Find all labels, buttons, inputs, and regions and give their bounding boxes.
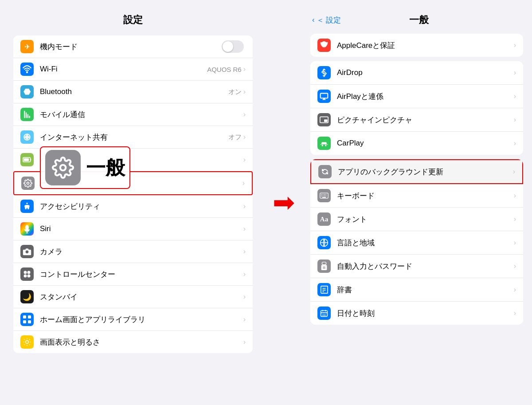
airplay-icon [317, 90, 331, 103]
airplane-icon: ✈ [20, 40, 34, 53]
settings-item-homescreen[interactable]: ホーム画面とアプリライブラリ › [13, 308, 253, 331]
svg-line-32 [24, 344, 25, 345]
right-item-datetime[interactable]: 日付と時刻 › [310, 302, 523, 325]
hotspot-chevron: › [243, 133, 246, 141]
airplane-label: 機内モード [40, 42, 222, 52]
back-chevron: ‹ [312, 16, 315, 24]
right-group-2: AirDrop › AirPlayと連係 › ピクチャインピクチャ › CarP… [310, 61, 523, 155]
settings-item-mobile[interactable]: モバイル通信 › [13, 103, 253, 126]
language-icon [317, 236, 331, 249]
svg-rect-10 [24, 158, 29, 161]
right-item-carplay[interactable]: CarPlay › [310, 132, 523, 155]
accessibility-icon [20, 200, 34, 213]
dictionary-chevron: › [514, 286, 516, 294]
homescreen-label: ホーム画面とアプリライブラリ [40, 315, 243, 325]
svg-point-39 [322, 145, 323, 146]
airdrop-label: AirDrop [337, 68, 514, 77]
standby-label: スタンバイ [40, 292, 243, 302]
popup-icon-box [45, 150, 81, 185]
homescreen-chevron: › [243, 315, 246, 323]
svg-point-25 [26, 341, 29, 344]
right-group-1: AppleCareと保証 › [310, 34, 523, 57]
svg-point-18 [27, 271, 31, 274]
right-item-airdrop[interactable]: AirDrop › [310, 61, 523, 85]
standby-chevron: › [243, 293, 246, 301]
wifi-label: Wi-Fi [40, 65, 207, 74]
right-item-bgrefresh[interactable]: アプリのバックグラウンド更新 › [310, 159, 523, 184]
svg-line-33 [29, 339, 30, 340]
right-item-language[interactable]: 言語と地域 › [310, 231, 523, 255]
right-item-autofill[interactable]: 自動入力とパスワード › [310, 255, 523, 278]
settings-item-wifi[interactable]: Wi-Fi AQUOS R6 › [13, 58, 253, 81]
hotspot-label: インターネット共有 [40, 132, 228, 142]
svg-rect-23 [23, 320, 26, 323]
svg-point-19 [24, 275, 27, 278]
general-icon [21, 177, 35, 190]
settings-item-airplane[interactable]: ✈ 機内モード [13, 35, 253, 58]
airplane-toggle[interactable] [222, 40, 244, 53]
right-item-pip[interactable]: ピクチャインピクチャ › [310, 108, 523, 132]
left-panel: 設定 ✈ 機内モード Wi-Fi AQUOS R6 › ⬣ Bluetooth … [0, 0, 266, 405]
language-chevron: › [514, 239, 516, 247]
airdrop-icon [317, 66, 331, 79]
autofill-icon [317, 260, 331, 273]
right-item-dictionary[interactable]: 辞書 › [310, 278, 523, 302]
settings-list: ✈ 機内モード Wi-Fi AQUOS R6 › ⬣ Bluetooth オン … [13, 35, 253, 353]
svg-point-40 [325, 145, 326, 146]
settings-item-camera[interactable]: カメラ › [13, 240, 253, 263]
hotspot-icon [20, 130, 34, 144]
bgrefresh-icon [318, 165, 332, 178]
svg-rect-21 [23, 315, 26, 318]
keyboard-chevron: › [514, 192, 516, 200]
standby-icon: 🌙 [20, 290, 34, 303]
mobile-icon [20, 108, 34, 121]
right-item-airplay[interactable]: AirPlayと連係 › [310, 85, 523, 108]
datetime-chevron: › [514, 309, 516, 317]
wifi-value: AQUOS R6 [207, 66, 242, 73]
settings-item-siri[interactable]: Siri › [13, 218, 253, 240]
right-item-fonts[interactable]: Aa フォント › [310, 208, 523, 231]
settings-item-hotspot[interactable]: インターネット共有 オフ › [13, 126, 253, 149]
svg-rect-36 [321, 93, 328, 98]
pip-label: ピクチャインピクチャ [337, 115, 514, 125]
applecare-chevron: › [514, 41, 516, 49]
airplay-chevron: › [514, 92, 516, 100]
svg-rect-53 [321, 265, 327, 270]
display-chevron: › [243, 338, 246, 346]
settings-item-control[interactable]: コントロールセンター › [13, 263, 253, 286]
svg-rect-3 [27, 114, 28, 118]
right-item-applecare[interactable]: AppleCareと保証 › [310, 34, 523, 57]
svg-point-20 [27, 275, 31, 278]
pip-icon [317, 113, 331, 126]
back-label: ＜ 設定 [317, 15, 341, 25]
back-button[interactable]: ‹ ＜ 設定 [312, 15, 341, 25]
svg-point-11 [27, 182, 29, 185]
settings-item-accessibility[interactable]: アクセシビリティ › [13, 195, 253, 218]
svg-rect-2 [26, 113, 27, 118]
airdrop-chevron: › [514, 69, 516, 77]
bluetooth-chevron: › [243, 88, 246, 96]
right-item-keyboard[interactable]: キーボード › [310, 184, 523, 208]
camera-label: カメラ [40, 247, 243, 257]
right-panel: ‹ ＜ 設定 一般 AppleCareと保証 › AirDrop › AirPl… [301, 0, 532, 405]
homescreen-icon [20, 313, 34, 326]
svg-line-28 [24, 339, 25, 340]
settings-item-display[interactable]: 画面表示と明るさ › [13, 331, 253, 353]
bgrefresh-label: アプリのバックグラウンド更新 [338, 167, 513, 177]
svg-rect-38 [324, 119, 328, 122]
autofill-label: 自動入力とパスワード [337, 261, 514, 271]
accessibility-chevron: › [243, 202, 246, 210]
bgrefresh-chevron: › [513, 168, 515, 176]
svg-point-16 [26, 251, 29, 254]
accessibility-label: アクセシビリティ [40, 201, 243, 212]
right-arrow: ➡ [273, 189, 295, 216]
pip-chevron: › [514, 116, 516, 124]
settings-item-standby[interactable]: 🌙 スタンバイ › [13, 286, 253, 308]
arrow-container: ➡ [266, 0, 301, 405]
carplay-chevron: › [514, 139, 516, 147]
settings-item-bluetooth[interactable]: ⬣ Bluetooth オン › [13, 81, 253, 103]
svg-rect-24 [28, 320, 31, 323]
fonts-label: フォント [337, 214, 514, 224]
mobile-chevron: › [243, 110, 246, 118]
general-popup: 一般 [40, 146, 130, 189]
